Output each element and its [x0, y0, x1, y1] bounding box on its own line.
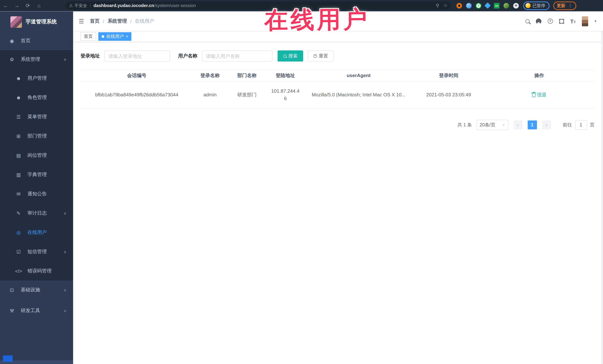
- breadcrumb-separator: /: [103, 18, 104, 24]
- bookmark-star-icon[interactable]: ☆: [443, 3, 448, 8]
- security-label: 不安全: [74, 3, 87, 8]
- hamburger-icon[interactable]: ☰: [79, 18, 84, 25]
- screen: ← → ⟳ ⌂ ⚠ 不安全 dashboard.yudao.iocoder.cn…: [0, 0, 603, 364]
- translate-extension-icon[interactable]: en: [494, 3, 499, 8]
- force-logout-button[interactable]: 强退: [532, 91, 546, 99]
- scrollbar-track[interactable]: [601, 23, 603, 364]
- sidebar-item-menu-management[interactable]: ☰ 菜单管理: [0, 107, 73, 126]
- extension-icon-key[interactable]: [504, 3, 509, 8]
- sidebar-item-infrastructure[interactable]: ⊡ 基础设施 ∨: [0, 281, 73, 299]
- close-icon[interactable]: ×: [126, 34, 128, 39]
- browser-update-button[interactable]: 更新 ⋮: [553, 1, 576, 10]
- fullscreen-icon[interactable]: [559, 19, 564, 23]
- edit-log-icon: ✎: [15, 210, 22, 216]
- caret-down-icon[interactable]: ▾: [595, 19, 596, 23]
- sidebar-item-audit-log[interactable]: ✎ 审计日志 ∨: [0, 203, 73, 223]
- next-page-button[interactable]: ›: [542, 121, 551, 129]
- col-login-time: 登录时间: [413, 72, 484, 79]
- sidebar-item-label: 用户管理: [27, 75, 47, 82]
- col-login-name: 登录名称: [193, 72, 227, 79]
- breadcrumb: 首页 / 系统管理 / 在线用户: [90, 18, 154, 24]
- extension-icon-drop[interactable]: [466, 3, 472, 8]
- sidebar-item-label: 角色管理: [27, 94, 47, 101]
- col-user-agent: userAgent: [304, 72, 413, 79]
- sidebar-item-error-code[interactable]: </> 错误码管理: [0, 261, 73, 281]
- jump-page-input[interactable]: [575, 120, 587, 130]
- login-address-input[interactable]: [104, 50, 170, 62]
- reset-button[interactable]: 重置: [308, 50, 334, 62]
- user-avatar[interactable]: [582, 16, 588, 26]
- sidebar-item-system-management[interactable]: ⚙ 系统管理 ∧: [0, 50, 73, 69]
- profile-sync-paused-chip[interactable]: 已暂停: [523, 1, 549, 10]
- active-dot-icon: [102, 35, 104, 38]
- sidebar-item-dept-management[interactable]: ⊞ 部门管理: [0, 126, 73, 146]
- table-header-row: 会话编号 登录名称 部门名称 登陆地址 userAgent 登录时间 操作: [81, 70, 594, 82]
- book-icon: ▥: [15, 172, 22, 177]
- breadcrumb-separator: /: [130, 18, 132, 24]
- current-page[interactable]: 1: [527, 121, 537, 129]
- refresh-icon: [313, 53, 317, 58]
- forward-icon[interactable]: →: [11, 3, 22, 9]
- home-icon[interactable]: ⌂: [33, 3, 45, 9]
- tree-icon: ⊞: [15, 133, 22, 139]
- cell-login-time: 2021-05-03 23:05:49: [413, 91, 484, 99]
- extension-icon-green-v[interactable]: V: [476, 3, 481, 8]
- sidebar-item-sms-management[interactable]: ☑ 短信管理 ∨: [0, 242, 73, 261]
- sidebar-item-dev-tools[interactable]: ⚒ 研发工具 ∨: [0, 301, 73, 320]
- tab-online-users[interactable]: 在线用户 ×: [98, 32, 132, 41]
- sidebar-item-notice[interactable]: ✉ 通知公告: [0, 184, 73, 203]
- sidebar-item-role-management[interactable]: ☻ 角色管理: [0, 88, 73, 107]
- security-chip[interactable]: ⚠ 不安全: [69, 3, 87, 8]
- breadcrumb-home[interactable]: 首页: [90, 18, 100, 24]
- search-button[interactable]: 搜索: [278, 50, 303, 62]
- page-size-select[interactable]: 20条/页 ∨: [476, 120, 508, 130]
- monitor-icon: ⊡: [8, 287, 16, 293]
- breadcrumb-system[interactable]: 系统管理: [108, 18, 127, 24]
- prev-page-button[interactable]: ‹: [513, 121, 522, 129]
- col-session-id: 会话编号: [81, 72, 193, 79]
- search-icon[interactable]: [525, 19, 530, 23]
- sidebar-item-label: 在线用户: [27, 229, 47, 236]
- sidebar-item-label: 字典管理: [27, 171, 47, 178]
- app-logo: [10, 16, 22, 28]
- pagination: 共 1 条 20条/页 ∨ ‹ 1 › 前往 页: [81, 120, 594, 130]
- id-card-icon: ▤: [15, 153, 22, 158]
- extension-icon-orange[interactable]: [456, 3, 462, 8]
- login-address-label: 登录地址: [81, 53, 100, 59]
- sidebar-item-user-management[interactable]: ☻ 用户管理: [0, 69, 73, 88]
- extension-icon-gem[interactable]: [485, 2, 491, 9]
- chevron-down-icon: ∨: [64, 288, 66, 292]
- help-icon[interactable]: ?: [548, 19, 553, 24]
- page-main: 登录地址 用户名称 搜索 重置 会话编号 登录名称 部门名称: [73, 42, 603, 130]
- kebab-menu-icon[interactable]: ⋮: [568, 3, 572, 8]
- table-row: bfbb1ab79ba849e49fb26ddb56a73044 admin 研…: [81, 82, 594, 109]
- url-path: /system/user-session: [154, 3, 196, 8]
- password-key-icon[interactable]: ⚲: [436, 3, 439, 8]
- sidebar-item-online-users[interactable]: ◎ 在线用户: [0, 223, 73, 242]
- sidebar-item-dict-management[interactable]: ▥ 字典管理: [0, 165, 73, 184]
- navbar-actions: ? TT ▾: [525, 16, 596, 26]
- sidebar-item-label: 岗位管理: [27, 152, 47, 159]
- extensions-puzzle-icon[interactable]: ✚: [513, 3, 519, 8]
- github-icon[interactable]: [536, 18, 541, 24]
- cell-session-id: bfbb1ab79ba849e49fb26ddb56a73044: [81, 91, 193, 99]
- tab-home[interactable]: 首页: [81, 32, 96, 41]
- sidebar-item-home[interactable]: ◉ 首页: [0, 32, 73, 50]
- col-login-ip: 登陆地址: [267, 72, 304, 79]
- sidebar-item-label: 菜单管理: [27, 113, 47, 120]
- cell-login-ip: 101.87.244.46: [267, 88, 304, 102]
- tools-icon: ⚒: [8, 308, 16, 313]
- font-size-icon[interactable]: TT: [570, 18, 576, 24]
- reload-icon[interactable]: ⟳: [22, 3, 33, 9]
- username-input[interactable]: [202, 50, 272, 62]
- sidebar-item-post-management[interactable]: ▤ 岗位管理: [0, 146, 73, 165]
- app-logo-row[interactable]: 芋道管理系统: [0, 11, 73, 32]
- online-icon: ◎: [15, 230, 22, 235]
- back-icon[interactable]: ←: [0, 3, 11, 9]
- address-bar[interactable]: ⚠ 不安全 dashboard.yudao.iocoder.cn /system…: [65, 1, 451, 10]
- sidebar-item-label: 系统管理: [21, 56, 40, 63]
- chevron-down-icon: ∨: [64, 309, 66, 313]
- extensions-row: V en ✚: [456, 3, 519, 8]
- jump-suffix: 页: [590, 122, 594, 128]
- trash-icon: [532, 94, 535, 97]
